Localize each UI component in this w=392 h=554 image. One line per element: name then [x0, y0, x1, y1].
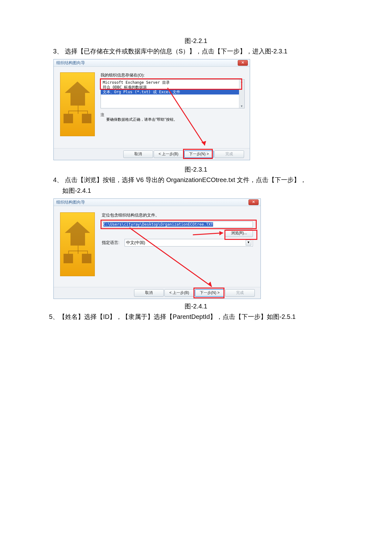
wizard-button-row: 取消 < 上一步(B) 下一步(N) > 完成: [54, 287, 260, 299]
finish-button: 完成: [225, 289, 255, 297]
list-item-selected[interactable]: 文本、Org Plus (*.txt) 或 Excel 文件: [101, 90, 244, 94]
org-info-location-label: 我的组织信息存储在(O):: [101, 72, 245, 78]
back-button[interactable]: < 上一步(B): [164, 289, 194, 297]
instruction-step-5: 5、【姓名】选择【ID】，【隶属于】选择【ParentDeptId】，点击【下一…: [0, 312, 392, 321]
figure-caption: 图-2.2.1: [0, 37, 392, 45]
language-value: 中文(中国): [126, 240, 145, 246]
scrollbar[interactable]: [239, 80, 244, 108]
close-icon[interactable]: ✕: [248, 199, 259, 205]
source-list[interactable]: Microsoft Exchange Server 目录 符合 ODBC 标准的…: [101, 79, 245, 108]
wizard-dialog-file: 组织结构图向导 ✕ 定位包含组织结构信息的文件。 C:\Users\cityra…: [53, 198, 261, 299]
list-item[interactable]: 符合 ODBC 标准的数据源: [101, 85, 244, 90]
instruction-step-4b: 如图-2.4.1: [0, 186, 392, 195]
wizard-button-row: 取消 < 上一步(B) 下一步(N) > 完成: [54, 148, 250, 160]
list-item[interactable]: Microsoft Exchange Server 目录: [101, 80, 244, 85]
file-path-input[interactable]: C:\Users\cityray\Desktop\OrganizationECO…: [102, 221, 253, 228]
language-label: 指定语言:: [102, 240, 119, 246]
next-button[interactable]: 下一步(N) >: [184, 150, 214, 158]
cancel-button[interactable]: 取消: [134, 289, 164, 297]
figure-caption: 图-2.3.1: [0, 165, 392, 174]
language-select[interactable]: 中文(中国) ▼: [125, 239, 253, 247]
back-button[interactable]: < 上一步(B): [154, 150, 183, 158]
note-key: 注: [101, 112, 104, 118]
note-body: 要确保数据格式正确，请单击"帮助"按钮。: [101, 117, 245, 122]
chevron-down-icon[interactable]: ▼: [246, 240, 251, 246]
instruction-step-4a: 4、 点击【浏览】按钮，选择 V6 导出的 OrganizationECOtre…: [0, 175, 392, 185]
dialog-title: 组织结构图向导: [56, 199, 85, 205]
figure-caption: 图-2.4.1: [0, 302, 392, 311]
close-icon[interactable]: ✕: [238, 60, 248, 66]
wizard-dialog-source: 组织结构图向导 ✕ 我的组织信息存储在(O): Microsoft Exchan…: [53, 59, 250, 160]
file-path-value: C:\Users\cityray\Desktop\OrganizationECO…: [103, 222, 213, 227]
browse-button[interactable]: 浏览(R)...: [225, 229, 253, 237]
dialog-title: 组织结构图向导: [56, 60, 85, 66]
wizard-side-graphic: [60, 72, 95, 136]
finish-button: 完成: [214, 150, 244, 158]
instruction-step-3: 3、 选择【已存储在文件或数据库中的信息（S）】，点击【下一步】，进入图-2.3…: [0, 46, 392, 56]
next-button[interactable]: 下一步(N) >: [195, 289, 224, 297]
cancel-button[interactable]: 取消: [123, 150, 153, 158]
file-path-label: 定位包含组织结构信息的文件。: [102, 212, 253, 218]
wizard-side-graphic: [60, 212, 95, 276]
